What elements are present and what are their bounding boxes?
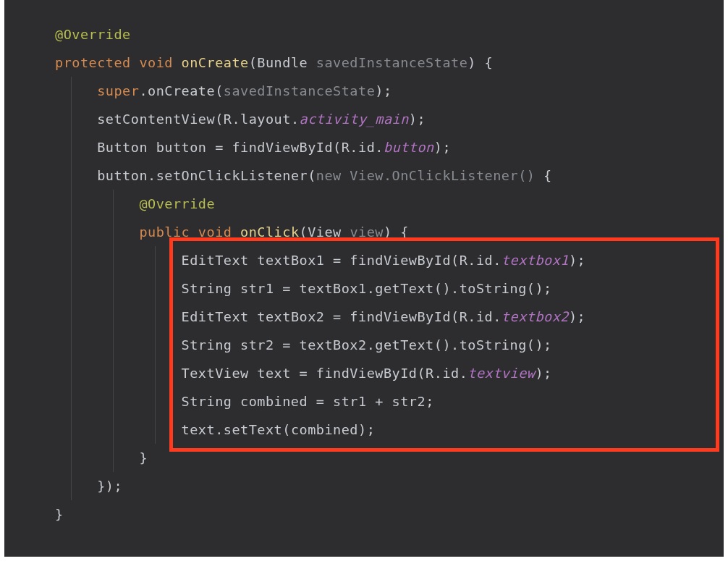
method-call: findViewById	[350, 309, 451, 324]
code-line: String combined = str1 + str2;	[4, 387, 724, 416]
semi: ;	[442, 140, 451, 155]
code-line: super.onCreate(savedInstanceState);	[4, 77, 724, 105]
op-eq: =	[324, 253, 350, 268]
brace: }	[139, 450, 148, 465]
punct: )	[384, 224, 392, 240]
brace: {	[392, 224, 409, 240]
op-eq: =	[274, 337, 300, 353]
space	[249, 366, 258, 381]
type: EditText	[182, 253, 249, 268]
punct: )	[358, 422, 367, 437]
keyword-public: public	[139, 224, 190, 240]
code-line: setContentView(R.layout.activity_main);	[4, 105, 724, 133]
resource-id: button	[384, 140, 434, 155]
space	[190, 224, 198, 240]
parens: ()	[527, 337, 543, 353]
method-call: setText	[224, 422, 282, 437]
variable: button	[97, 168, 148, 183]
punct: (	[215, 111, 224, 127]
punct: )	[535, 366, 543, 381]
variable: text	[257, 366, 291, 381]
dot: .	[367, 281, 376, 296]
keyword-new: new	[316, 168, 350, 183]
op-plus: +	[367, 394, 392, 409]
code-line: }	[4, 444, 724, 472]
variable: str2	[240, 337, 274, 353]
dot: .	[434, 366, 443, 381]
punct: )	[569, 309, 577, 324]
semi: ;	[426, 394, 434, 409]
punct: (	[249, 55, 258, 70]
type: String	[182, 337, 232, 353]
method-call: toString	[460, 281, 527, 296]
variable: combined	[240, 394, 308, 409]
annotation: @Override	[139, 196, 215, 211]
dot: .	[148, 168, 156, 183]
dot: .	[291, 111, 300, 127]
parens: ()	[527, 281, 543, 296]
type: Bundle	[257, 55, 308, 70]
space	[342, 224, 350, 240]
class-ref: R	[426, 366, 434, 381]
dot: .	[451, 281, 460, 296]
punct: (	[451, 253, 460, 268]
annotation: @Override	[55, 27, 131, 42]
keyword-protected: protected	[55, 55, 131, 70]
punct: (	[215, 83, 224, 98]
variable: button	[156, 140, 207, 155]
code-line: String str2 = textBox2.getText().toStrin…	[4, 331, 724, 359]
type: String	[182, 394, 232, 409]
field: id	[476, 253, 493, 268]
method-call: setContentView	[97, 111, 215, 127]
type: View	[308, 224, 342, 240]
code-line: EditText textBox2 = findViewById(R.id.te…	[4, 303, 724, 331]
resource-id: textbox2	[501, 309, 569, 324]
brace: }	[55, 507, 64, 522]
space	[148, 140, 156, 155]
type: TextView	[182, 366, 249, 381]
semi: ;	[384, 83, 392, 98]
dot: .	[350, 140, 358, 155]
punct: )	[375, 83, 384, 98]
close: });	[97, 479, 122, 494]
method-call: findViewById	[316, 366, 418, 381]
code-editor[interactable]: @Override protected void onCreate(Bundle…	[4, 0, 724, 557]
dot: .	[215, 422, 224, 437]
dot: .	[460, 366, 468, 381]
brace: {	[535, 168, 551, 183]
class-ref: R	[342, 140, 350, 155]
variable: textBox1	[257, 253, 324, 268]
semi: ;	[577, 309, 586, 324]
type: String	[182, 281, 232, 296]
resource-id: activity_main	[300, 111, 409, 127]
space	[232, 224, 240, 240]
semi: ;	[543, 366, 552, 381]
constructor: View.OnClickListener	[350, 168, 518, 183]
punct: (	[451, 309, 460, 324]
punct: )	[569, 253, 577, 268]
class-ref: R	[460, 309, 468, 324]
resource-id: textview	[467, 366, 535, 381]
op-eq: =	[291, 366, 316, 381]
dot: .	[375, 140, 384, 155]
field: id	[476, 309, 493, 324]
keyword-void: void	[198, 224, 232, 240]
semi: ;	[367, 422, 376, 437]
class-ref: R	[460, 253, 468, 268]
code-line: Button button = findViewById(R.id.button…	[4, 133, 724, 161]
variable: textBox1	[300, 281, 367, 296]
keyword-super: super	[97, 83, 139, 98]
method-name: onCreate	[182, 55, 249, 70]
arg: savedInstanceState	[224, 83, 375, 98]
method-call: getText	[375, 337, 433, 353]
dot: .	[493, 309, 501, 324]
param: view	[350, 224, 384, 240]
semi: ;	[543, 281, 552, 296]
method-call: findViewById	[232, 140, 333, 155]
variable: textBox2	[257, 309, 324, 324]
variable: text	[182, 422, 216, 437]
type: EditText	[182, 309, 249, 324]
punct: )	[409, 111, 418, 127]
arg: combined	[291, 422, 358, 437]
parens: ()	[434, 337, 451, 353]
